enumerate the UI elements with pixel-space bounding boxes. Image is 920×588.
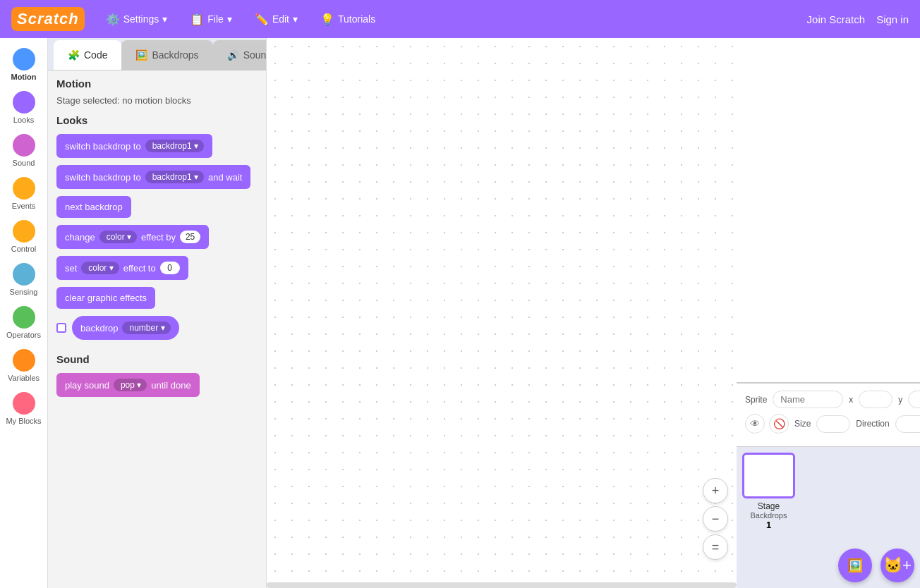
backdrop-number-block[interactable]: backdrop number ▾ bbox=[72, 316, 179, 340]
nav-edit[interactable]: ✏️ Edit ▾ bbox=[248, 8, 305, 30]
zoom-reset-button[interactable]: = bbox=[703, 534, 728, 560]
block-switch-backdrop-wait[interactable]: switch backdrop to backdrop1 ▾ and wait bbox=[56, 163, 258, 191]
category-sidebar: Motion Looks Sound Events Control Sensin… bbox=[0, 38, 48, 588]
block-play-sound[interactable]: play sound pop ▾ until done bbox=[56, 371, 258, 399]
tutorials-label: Tutorials bbox=[338, 13, 375, 25]
join-scratch-link[interactable]: Join Scratch bbox=[807, 13, 866, 25]
tab-sounds[interactable]: 🔊 Sounds bbox=[213, 40, 267, 70]
switch-backdrop-wait-block[interactable]: switch backdrop to backdrop1 ▾ and wait bbox=[56, 165, 250, 189]
sprite-x-input[interactable] bbox=[859, 391, 892, 408]
sidebar-item-looks[interactable]: Looks bbox=[2, 87, 46, 128]
sound-dropdown[interactable]: pop ▾ bbox=[114, 379, 147, 391]
code-tab-label: Code bbox=[84, 49, 107, 61]
stage-box[interactable]: Stage Backdrops 1 bbox=[742, 453, 795, 530]
add-sprite-icon: 🐱+ bbox=[883, 556, 912, 575]
sprite-size-input[interactable] bbox=[816, 415, 850, 433]
right-panel: Sprite x y 👁 🚫 Size Direction bbox=[737, 38, 920, 588]
sounds-tab-icon: 🔊 bbox=[227, 49, 239, 61]
sign-in-link[interactable]: Sign in bbox=[876, 13, 909, 25]
block-clear-effects[interactable]: clear graphic effects bbox=[56, 285, 258, 311]
block-next-backdrop[interactable]: next backdrop bbox=[56, 194, 258, 220]
motion-dot bbox=[13, 48, 35, 71]
sidebar-item-operators[interactable]: Operators bbox=[2, 302, 46, 343]
script-area: + − = bbox=[267, 38, 737, 588]
set-text: set bbox=[65, 263, 77, 274]
show-sprite-button[interactable]: 👁 bbox=[745, 414, 765, 434]
number-dropdown[interactable]: number ▾ bbox=[122, 321, 170, 334]
clear-effects-block[interactable]: clear graphic effects bbox=[56, 287, 155, 309]
tab-backdrops[interactable]: 🖼️ Backdrops bbox=[121, 40, 212, 70]
settings-icon: ⚙️ bbox=[106, 13, 120, 26]
blocks-panel: 🧩 Code 🖼️ Backdrops 🔊 Sounds ▶ ⬤ ⬜ ▭ ⛶ M… bbox=[48, 38, 267, 588]
looks-label: Looks bbox=[13, 116, 34, 124]
backdrop-number-checkbox[interactable] bbox=[56, 323, 66, 333]
color-dropdown-2[interactable]: color ▾ bbox=[81, 262, 119, 274]
events-dot bbox=[13, 177, 35, 200]
block-switch-backdrop[interactable]: switch backdrop to backdrop1 ▾ bbox=[56, 132, 258, 160]
myblocks-dot bbox=[13, 392, 35, 415]
sensing-dot bbox=[13, 263, 35, 286]
switch-backdrop-block[interactable]: switch backdrop to backdrop1 ▾ bbox=[56, 134, 212, 158]
until-done-text: until done bbox=[151, 380, 190, 391]
events-label: Events bbox=[12, 202, 36, 210]
scratch-logo[interactable]: Scratch bbox=[11, 7, 85, 31]
play-sound-text: play sound bbox=[65, 380, 109, 391]
backdrop-dropdown-1[interactable]: backdrop1 ▾ bbox=[145, 140, 204, 152]
code-tab-icon: 🧩 bbox=[68, 49, 80, 61]
variables-label: Variables bbox=[8, 374, 40, 382]
sprite-y-input[interactable] bbox=[908, 391, 920, 408]
file-chevron: ▾ bbox=[227, 13, 232, 25]
add-backdrop-button[interactable]: 🖼️ bbox=[838, 549, 872, 582]
zoom-out-button[interactable]: − bbox=[703, 506, 728, 532]
nav-file[interactable]: 📋 File ▾ bbox=[183, 8, 239, 30]
add-sprite-button[interactable]: 🐱+ bbox=[880, 549, 914, 582]
block-backdrop-number[interactable]: backdrop number ▾ bbox=[56, 314, 258, 342]
myblocks-label: My Blocks bbox=[6, 417, 41, 425]
switch-backdrop-wait-text2: and wait bbox=[208, 172, 242, 183]
effect-value-input[interactable]: 25 bbox=[180, 231, 200, 243]
sidebar-item-sensing[interactable]: Sensing bbox=[2, 259, 46, 300]
horizontal-scrollbar[interactable] bbox=[267, 582, 737, 588]
add-backdrop-icon: 🖼️ bbox=[847, 558, 863, 573]
block-set-effect[interactable]: set color ▾ effect to 0 bbox=[56, 254, 258, 282]
sidebar-item-events[interactable]: Events bbox=[2, 173, 46, 214]
backdrops-count: 1 bbox=[766, 520, 771, 530]
stage-label: Stage bbox=[758, 501, 780, 511]
sprite-info-top-row: Sprite x y bbox=[745, 391, 912, 408]
effect-to-text: effect to bbox=[123, 263, 156, 274]
sound-label: Sound bbox=[13, 159, 35, 167]
sidebar-item-control[interactable]: Control bbox=[2, 216, 46, 257]
sidebar-item-myblocks[interactable]: My Blocks bbox=[2, 388, 46, 429]
stage-thumbnail[interactable] bbox=[742, 453, 795, 498]
sprite-label-text: Sprite bbox=[745, 395, 767, 405]
effect-to-input[interactable]: 0 bbox=[160, 262, 180, 274]
sidebar-item-variables[interactable]: Variables bbox=[2, 345, 46, 386]
color-dropdown-1[interactable]: color ▾ bbox=[99, 231, 137, 243]
set-effect-block[interactable]: set color ▾ effect to 0 bbox=[56, 256, 188, 280]
sound-section-title: Sound bbox=[56, 353, 258, 365]
change-effect-block[interactable]: change color ▾ effect by 25 bbox=[56, 225, 209, 249]
file-icon: 📋 bbox=[190, 13, 204, 26]
next-backdrop-block[interactable]: next backdrop bbox=[56, 196, 131, 218]
stage-sprite-selector: Stage Backdrops 1 bbox=[737, 447, 920, 546]
stage-preview bbox=[737, 38, 920, 384]
sprite-direction-input[interactable] bbox=[895, 415, 920, 433]
control-dot bbox=[13, 220, 35, 243]
fab-area: 🐱+ 🖼️ bbox=[737, 546, 920, 588]
block-change-effect[interactable]: change color ▾ effect by 25 bbox=[56, 223, 258, 251]
effect-by-text: effect by bbox=[141, 232, 176, 243]
looks-section-title: Looks bbox=[56, 114, 258, 126]
nav-tutorials[interactable]: 💡 Tutorials bbox=[313, 8, 382, 30]
zoom-in-button[interactable]: + bbox=[703, 478, 728, 503]
hide-sprite-button[interactable]: 🚫 bbox=[769, 414, 789, 434]
logo[interactable]: Scratch bbox=[11, 7, 85, 31]
settings-chevron: ▾ bbox=[162, 13, 167, 25]
sidebar-item-sound[interactable]: Sound bbox=[2, 130, 46, 171]
play-sound-block[interactable]: play sound pop ▾ until done bbox=[56, 373, 200, 397]
file-label: File bbox=[207, 13, 224, 25]
backdrop-dropdown-2[interactable]: backdrop1 ▾ bbox=[145, 171, 204, 183]
sprite-name-input[interactable] bbox=[773, 391, 843, 408]
nav-settings[interactable]: ⚙️ Settings ▾ bbox=[99, 8, 175, 30]
tab-code[interactable]: 🧩 Code bbox=[54, 40, 121, 70]
sidebar-item-motion[interactable]: Motion bbox=[2, 44, 46, 85]
